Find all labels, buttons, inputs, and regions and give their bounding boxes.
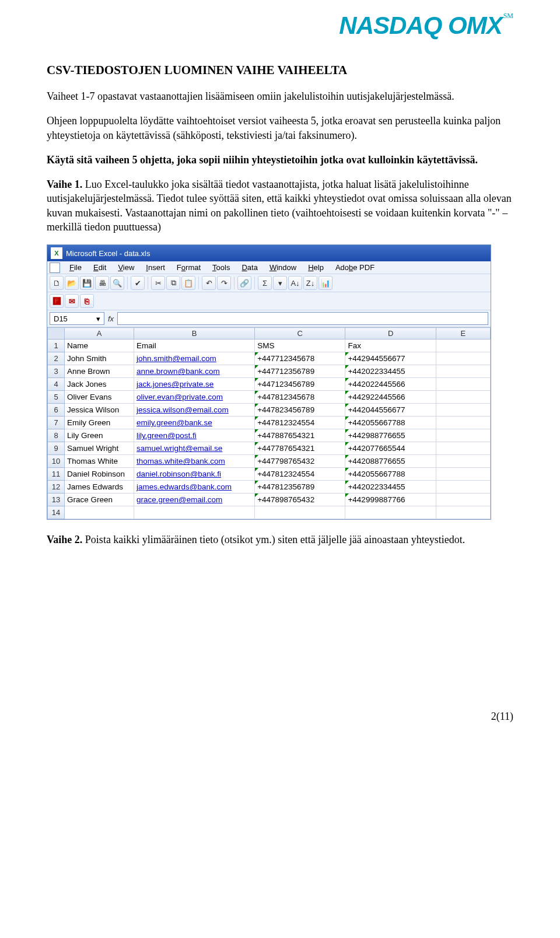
col-E[interactable]: E [436, 328, 490, 340]
email-link[interactable]: daniel.robinson@bank.fi [136, 470, 221, 478]
cell[interactable] [436, 391, 490, 404]
cell[interactable] [345, 506, 436, 519]
cell[interactable] [436, 468, 490, 481]
cell[interactable]: Grace Green [64, 494, 134, 506]
cell[interactable]: +447812356789 [255, 481, 345, 494]
cell[interactable]: +447712345678 [255, 352, 345, 365]
redo-icon[interactable]: ↷ [217, 276, 231, 290]
cell[interactable]: +442088776655 [345, 455, 436, 468]
cell[interactable]: Daniel Robinson [64, 468, 134, 481]
undo-icon[interactable]: ↶ [202, 276, 216, 290]
cell[interactable]: jessica.wilson@email.com [134, 404, 255, 416]
cell[interactable]: +447712356789 [255, 365, 345, 378]
dropdown-icon[interactable]: ▾ [273, 276, 287, 290]
cell[interactable] [436, 378, 490, 391]
cell[interactable]: Name [64, 340, 134, 352]
cell[interactable]: Email [134, 340, 255, 352]
cell[interactable]: +442999887766 [345, 494, 436, 506]
email-link[interactable]: jessica.wilson@email.com [136, 405, 229, 414]
cell[interactable]: Samuel Wright [64, 442, 134, 455]
new-icon[interactable]: 🗋 [50, 276, 64, 290]
save-icon[interactable]: 💾 [80, 276, 94, 290]
email-link[interactable]: anne.brown@bank.com [136, 367, 220, 376]
cell[interactable]: +447898765432 [255, 494, 345, 506]
row-head[interactable]: 6 [48, 404, 65, 416]
cell[interactable] [436, 481, 490, 494]
spell-icon[interactable]: ✔ [131, 276, 145, 290]
cell[interactable]: John Smith [64, 352, 134, 365]
select-all-corner[interactable] [48, 328, 65, 340]
formula-input[interactable] [117, 312, 488, 325]
cell[interactable]: +442077665544 [345, 442, 436, 455]
cell[interactable]: James Edwards [64, 481, 134, 494]
cell[interactable]: emily.green@bank.se [134, 416, 255, 429]
cell[interactable] [436, 404, 490, 416]
pdf-mail-icon[interactable]: ✉ [65, 294, 79, 308]
name-box[interactable]: D15 ▾ [50, 312, 104, 325]
cell[interactable] [436, 429, 490, 442]
row-head[interactable]: 11 [48, 468, 65, 481]
row-head[interactable]: 1 [48, 340, 65, 352]
cell[interactable]: Jack Jones [64, 378, 134, 391]
cell[interactable]: Emily Green [64, 416, 134, 429]
row-head[interactable]: 13 [48, 494, 65, 506]
cell[interactable]: Lily Green [64, 429, 134, 442]
cell[interactable] [436, 340, 490, 352]
menu-help[interactable]: Help [302, 261, 330, 274]
cell[interactable] [64, 506, 134, 519]
row-head[interactable]: 3 [48, 365, 65, 378]
cell[interactable] [436, 365, 490, 378]
cut-icon[interactable]: ✂ [151, 276, 165, 290]
row-head[interactable]: 9 [48, 442, 65, 455]
cell[interactable]: john.smith@email.com [134, 352, 255, 365]
paste-icon[interactable]: 📋 [181, 276, 195, 290]
menu-file[interactable]: File [64, 261, 88, 274]
cell[interactable]: +447812345678 [255, 391, 345, 404]
cell[interactable]: +442055667788 [345, 416, 436, 429]
cell[interactable]: +442988776655 [345, 429, 436, 442]
row-head[interactable]: 4 [48, 378, 65, 391]
cell[interactable]: Jessica Wilson [64, 404, 134, 416]
pdf-icon[interactable]: 🅿 [50, 294, 64, 308]
col-C[interactable]: C [255, 328, 345, 340]
cell[interactable]: +442022334455 [345, 365, 436, 378]
email-link[interactable]: james.edwards@bank.com [136, 482, 232, 491]
cell[interactable] [436, 506, 490, 519]
menu-insert[interactable]: Insert [140, 261, 171, 274]
row-head[interactable]: 14 [48, 506, 65, 519]
row-head[interactable]: 8 [48, 429, 65, 442]
menu-data[interactable]: Data [236, 261, 263, 274]
cell[interactable]: Oliver Evans [64, 391, 134, 404]
cell[interactable]: Anne Brown [64, 365, 134, 378]
cell[interactable]: Fax [345, 340, 436, 352]
cell[interactable]: +447887654321 [255, 429, 345, 442]
cell[interactable]: jack.jones@private.se [134, 378, 255, 391]
cell[interactable]: oliver.evan@private.com [134, 391, 255, 404]
cell[interactable]: +442044556677 [345, 404, 436, 416]
cell[interactable]: +447123456789 [255, 378, 345, 391]
cell[interactable]: thomas.white@bank.com [134, 455, 255, 468]
cell[interactable]: samuel.wright@email.se [134, 442, 255, 455]
col-B[interactable]: B [134, 328, 255, 340]
cell[interactable]: +447812324554 [255, 468, 345, 481]
cell[interactable]: anne.brown@bank.com [134, 365, 255, 378]
menu-adobe[interactable]: Adobe PDF [330, 261, 380, 274]
cell[interactable]: +447787654321 [255, 442, 345, 455]
email-link[interactable]: emily.green@bank.se [136, 418, 212, 427]
sort-asc-icon[interactable]: A↓ [288, 276, 302, 290]
cell[interactable]: +442922445566 [345, 391, 436, 404]
cell[interactable]: +442055667788 [345, 468, 436, 481]
cell[interactable]: grace.green@email.com [134, 494, 255, 506]
preview-icon[interactable]: 🔍 [110, 276, 124, 290]
link-icon[interactable]: 🔗 [237, 276, 251, 290]
row-head[interactable]: 2 [48, 352, 65, 365]
open-icon[interactable]: 📂 [65, 276, 79, 290]
row-head[interactable]: 10 [48, 455, 65, 468]
cell[interactable]: SMS [255, 340, 345, 352]
cell[interactable] [436, 494, 490, 506]
cell[interactable]: +447798765432 [255, 455, 345, 468]
cell[interactable]: lily.green@post.fi [134, 429, 255, 442]
cell[interactable]: +447823456789 [255, 404, 345, 416]
chart-icon[interactable]: 📊 [318, 276, 332, 290]
cell[interactable] [436, 455, 490, 468]
